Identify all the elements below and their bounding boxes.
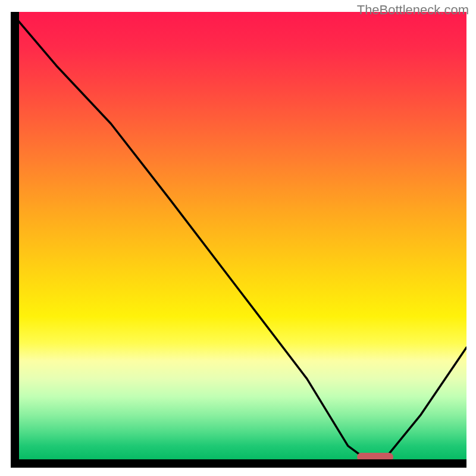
watermark-text: TheBottleneck.com bbox=[357, 2, 469, 18]
y-axis bbox=[11, 12, 19, 468]
chart-container bbox=[11, 12, 466, 468]
x-axis bbox=[11, 459, 466, 468]
bottleneck-curve bbox=[11, 12, 466, 459]
